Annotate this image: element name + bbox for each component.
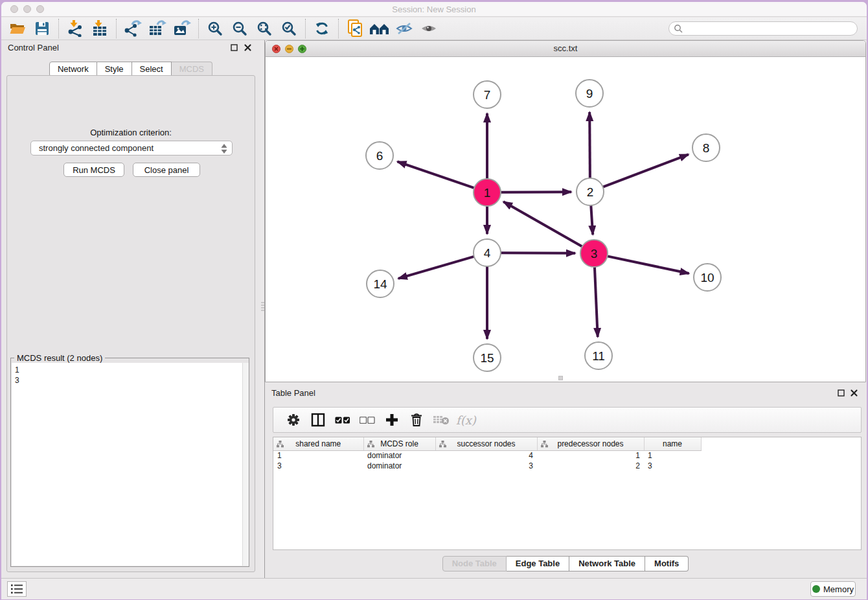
delete-column-icon[interactable] <box>404 410 429 430</box>
select-all-icon[interactable] <box>330 410 355 430</box>
svg-text:11: 11 <box>592 349 605 363</box>
export-table-icon[interactable] <box>145 19 170 38</box>
import-table-icon[interactable] <box>87 19 112 38</box>
canvas-resize-grip[interactable] <box>558 376 563 380</box>
edge-2-9[interactable] <box>589 112 590 178</box>
apply-layout-icon[interactable] <box>367 19 392 38</box>
edge-2-3[interactable] <box>591 205 593 235</box>
edge-3-11[interactable] <box>595 267 598 337</box>
float-panel-icon[interactable] <box>230 43 238 52</box>
graph-node-7[interactable]: 7 <box>474 81 501 108</box>
graph-node-14[interactable]: 14 <box>367 270 394 297</box>
criterion-select[interactable]: strongly connected component <box>30 141 233 156</box>
close-panel-button[interactable]: Close panel <box>133 163 200 177</box>
edge-4-14[interactable] <box>398 257 474 279</box>
main-toolbar <box>1 17 867 40</box>
edge-1-6[interactable] <box>397 161 474 188</box>
select-stepper-icon <box>220 143 228 154</box>
hide-selected-icon[interactable] <box>392 19 417 38</box>
column-header-MCDS-role[interactable]: MCDS role <box>363 437 435 450</box>
graph-node-11[interactable]: 11 <box>585 342 612 369</box>
table-cell[interactable]: 4 <box>435 450 537 461</box>
svg-text:14: 14 <box>373 277 387 291</box>
graph-node-1[interactable]: 1 <box>474 179 501 206</box>
column-type-icon <box>541 441 548 448</box>
splitter-handle-icon[interactable] <box>261 302 264 311</box>
mcds-result-list[interactable]: 13 <box>12 363 248 566</box>
new-network-from-selection-icon[interactable] <box>343 19 367 38</box>
save-session-icon[interactable] <box>30 19 54 38</box>
table-cell[interactable]: 2 <box>537 461 644 471</box>
float-panel-icon[interactable] <box>837 389 845 397</box>
tab-network-table[interactable]: Network Table <box>569 556 645 571</box>
show-all-icon[interactable] <box>417 19 441 38</box>
export-network-icon[interactable] <box>120 19 145 38</box>
edge-1-2[interactable] <box>501 192 571 192</box>
result-scrollbar[interactable] <box>242 363 249 566</box>
task-history-button[interactable] <box>7 581 27 597</box>
toolbar-separator <box>58 19 59 38</box>
deselect-all-icon[interactable] <box>355 410 380 430</box>
zoom-selected-icon[interactable] <box>277 19 301 38</box>
table-cell[interactable]: dominator <box>363 461 435 471</box>
table-panel: Table Panel <box>265 386 866 579</box>
zoom-fit-icon[interactable] <box>252 19 277 38</box>
search-box[interactable] <box>668 21 858 36</box>
table-row[interactable]: 3dominator323 <box>273 461 709 471</box>
panel-splitter[interactable] <box>260 40 265 579</box>
table-cell[interactable]: 1 <box>537 450 644 461</box>
table-cell[interactable]: 1 <box>273 450 363 461</box>
table-cell[interactable]: 3 <box>435 461 537 471</box>
edge-2-8[interactable] <box>603 154 689 187</box>
edge-4-3[interactable] <box>501 253 575 253</box>
columns-icon[interactable] <box>306 410 330 430</box>
toolbar-separator <box>338 19 339 38</box>
network-canvas[interactable]: 7968124314101511 <box>266 57 865 382</box>
tab-edge-table[interactable]: Edge Table <box>507 556 569 571</box>
column-header-name[interactable]: name <box>644 437 701 450</box>
zoom-in-icon[interactable] <box>203 19 227 38</box>
toolbar-separator <box>305 19 306 38</box>
table-row[interactable]: 1dominator411 <box>273 450 709 461</box>
table-cell[interactable]: 3 <box>644 461 701 471</box>
graph-node-6[interactable]: 6 <box>366 142 393 169</box>
settings-icon[interactable] <box>281 410 306 430</box>
table-cell[interactable]: dominator <box>363 450 435 461</box>
memory-button[interactable]: Memory <box>810 581 856 597</box>
mcds-tab-content: Optimization criterion: strongly connect… <box>6 75 255 572</box>
svg-text:3: 3 <box>591 247 598 260</box>
graph-node-8[interactable]: 8 <box>692 134 720 161</box>
tab-node-table[interactable]: Node Table <box>442 556 507 571</box>
column-header-shared-name[interactable]: shared name <box>273 437 363 450</box>
node-table[interactable]: shared nameMCDS rolesuccessor nodesprede… <box>273 437 862 550</box>
network-graph[interactable]: 7968124314101511 <box>266 57 866 381</box>
graph-node-10[interactable]: 10 <box>694 264 721 291</box>
graph-node-4[interactable]: 4 <box>474 239 501 266</box>
close-panel-icon[interactable] <box>244 43 252 52</box>
table-cell[interactable]: 1 <box>644 450 701 461</box>
table-toolbar: f(x) <box>273 407 862 433</box>
refresh-icon[interactable] <box>310 19 334 38</box>
edge-3-1[interactable] <box>503 202 582 246</box>
graph-node-3[interactable]: 3 <box>580 240 608 267</box>
window-title: Session: New Session <box>1 5 867 14</box>
tab-motifs[interactable]: Motifs <box>645 556 689 571</box>
search-input[interactable] <box>685 24 857 33</box>
export-image-icon[interactable] <box>170 19 194 38</box>
zoom-out-icon[interactable] <box>227 19 252 38</box>
import-network-icon[interactable] <box>63 19 87 38</box>
add-column-icon[interactable] <box>380 410 404 430</box>
run-mcds-button[interactable]: Run MCDS <box>63 163 124 177</box>
mcds-result-box: MCDS result (2 nodes) 13 <box>10 358 249 567</box>
svg-text:4: 4 <box>484 246 491 260</box>
column-header-successor-nodes[interactable]: successor nodes <box>435 437 537 450</box>
open-session-icon[interactable] <box>5 19 30 38</box>
close-panel-icon[interactable] <box>850 389 858 397</box>
graph-node-9[interactable]: 9 <box>576 80 603 107</box>
graph-node-2[interactable]: 2 <box>577 178 604 205</box>
edge-3-10[interactable] <box>608 256 689 273</box>
table-cell[interactable]: 3 <box>273 461 363 471</box>
status-bar: Memory <box>1 578 867 599</box>
graph-node-15[interactable]: 15 <box>474 344 501 371</box>
column-header-predecessor-nodes[interactable]: predecessor nodes <box>537 437 644 450</box>
